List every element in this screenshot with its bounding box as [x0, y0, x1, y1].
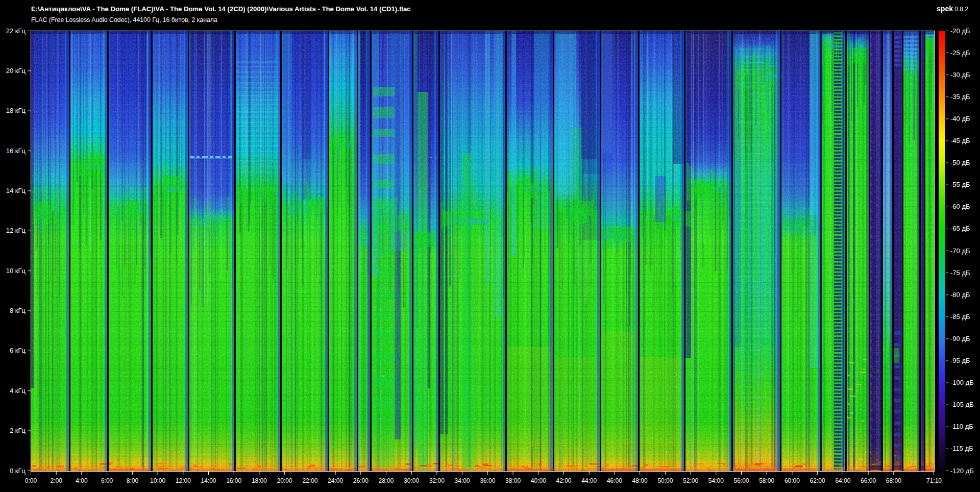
svg-text:-115 дБ: -115 дБ — [950, 445, 973, 452]
svg-text:E:\Антициклон\VA - The Dome (F: E:\Антициклон\VA - The Dome (FLAC)\VA - … — [31, 5, 411, 13]
svg-text:2 кГц: 2 кГц — [10, 427, 26, 434]
svg-text:34:00: 34:00 — [455, 477, 470, 484]
svg-text:-120 дБ: -120 дБ — [950, 467, 974, 475]
svg-text:52:00: 52:00 — [683, 477, 698, 484]
svg-text:-20 дБ: -20 дБ — [950, 27, 970, 35]
svg-text:-70 дБ: -70 дБ — [950, 247, 970, 255]
svg-text:44:00: 44:00 — [581, 477, 597, 484]
svg-text:36:00: 36:00 — [480, 477, 495, 484]
svg-text:-40 дБ: -40 дБ — [950, 115, 970, 122]
svg-text:14 кГц: 14 кГц — [6, 187, 26, 194]
svg-text:FLAC (Free Lossless Audio Code: FLAC (Free Lossless Audio Codec), 44100 … — [31, 16, 217, 23]
svg-text:60:00: 60:00 — [785, 477, 800, 484]
svg-text:16:00: 16:00 — [226, 477, 241, 484]
svg-text:12 кГц: 12 кГц — [6, 227, 26, 234]
svg-text:10 кГц: 10 кГц — [6, 267, 26, 275]
svg-text:62:00: 62:00 — [810, 477, 825, 484]
svg-text:-80 дБ: -80 дБ — [950, 291, 970, 299]
svg-text:4:00: 4:00 — [76, 477, 88, 484]
svg-text:64:00: 64:00 — [835, 477, 850, 484]
svg-text:22 кГц: 22 кГц — [6, 27, 26, 35]
svg-text:-45 дБ: -45 дБ — [950, 137, 970, 144]
svg-text:-60 дБ: -60 дБ — [950, 203, 970, 210]
svg-text:4 кГц: 4 кГц — [10, 387, 26, 395]
svg-text:-35 дБ: -35 дБ — [950, 93, 970, 101]
svg-text:-75 дБ: -75 дБ — [950, 269, 970, 277]
svg-text:8:00: 8:00 — [127, 477, 139, 484]
svg-text:68:00: 68:00 — [886, 477, 901, 484]
svg-text:8 кГц: 8 кГц — [10, 307, 26, 314]
svg-text:6:00: 6:00 — [101, 477, 113, 484]
svg-text:-110 дБ: -110 дБ — [950, 423, 973, 430]
svg-text:71:10: 71:10 — [926, 477, 942, 484]
svg-text:12:00: 12:00 — [176, 477, 191, 484]
svg-text:-105 дБ: -105 дБ — [950, 401, 974, 408]
svg-text:-50 дБ: -50 дБ — [950, 159, 970, 166]
svg-text:20:00: 20:00 — [277, 477, 292, 484]
svg-text:32:00: 32:00 — [429, 477, 445, 484]
svg-text:6 кГц: 6 кГц — [10, 347, 26, 354]
svg-text:40:00: 40:00 — [531, 477, 546, 484]
svg-text:22:00: 22:00 — [302, 477, 317, 484]
svg-text:-55 дБ: -55 дБ — [950, 181, 970, 188]
svg-text:2:00: 2:00 — [51, 477, 63, 484]
svg-text:56:00: 56:00 — [733, 477, 749, 484]
svg-text:30:00: 30:00 — [404, 477, 419, 484]
svg-text:46:00: 46:00 — [607, 477, 622, 484]
svg-text:66:00: 66:00 — [861, 477, 876, 484]
svg-text:18 кГц: 18 кГц — [6, 107, 26, 114]
svg-text:-30 дБ: -30 дБ — [950, 71, 970, 79]
svg-text:38:00: 38:00 — [505, 477, 521, 484]
svg-text:16 кГц: 16 кГц — [6, 147, 26, 155]
svg-text:0:00: 0:00 — [25, 477, 37, 484]
svg-text:0 кГц: 0 кГц — [10, 467, 26, 475]
svg-text:spek 0.8.2: spek 0.8.2 — [937, 5, 968, 13]
svg-text:10:00: 10:00 — [150, 477, 165, 484]
svg-text:54:00: 54:00 — [708, 477, 724, 484]
svg-text:48:00: 48:00 — [632, 477, 648, 484]
svg-text:-95 дБ: -95 дБ — [950, 357, 970, 364]
svg-text:-100 дБ: -100 дБ — [950, 379, 974, 386]
svg-text:-65 дБ: -65 дБ — [950, 225, 970, 232]
svg-text:42:00: 42:00 — [556, 477, 571, 484]
svg-text:-25 дБ: -25 дБ — [950, 49, 970, 57]
svg-text:-85 дБ: -85 дБ — [950, 313, 970, 321]
svg-text:20 кГц: 20 кГц — [6, 67, 26, 75]
svg-text:28:00: 28:00 — [378, 477, 394, 484]
svg-text:14:00: 14:00 — [201, 477, 216, 484]
svg-text:26:00: 26:00 — [353, 477, 369, 484]
svg-text:18:00: 18:00 — [252, 477, 267, 484]
svg-text:58:00: 58:00 — [759, 477, 774, 484]
svg-text:24:00: 24:00 — [328, 477, 343, 484]
svg-text:-90 дБ: -90 дБ — [950, 335, 970, 342]
svg-text:50:00: 50:00 — [657, 477, 673, 484]
